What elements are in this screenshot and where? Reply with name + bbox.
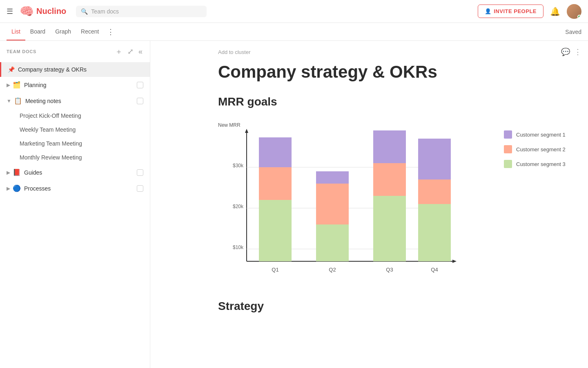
notifications-bell-icon[interactable]: 🔔: [550, 7, 560, 16]
processes-checkbox[interactable]: [137, 185, 143, 192]
search-area[interactable]: 🔍 Team docs: [76, 6, 207, 17]
content-top-actions: 💬 ⋮: [561, 47, 581, 56]
svg-rect-11: [259, 167, 292, 200]
chevron-down-icon: ▼: [7, 98, 11, 104]
sidebar-item-company-strategy[interactable]: 📌 Company strategy & OKRs: [0, 62, 150, 77]
sidebar-group-guides-label: Guides: [24, 169, 137, 176]
tab-recent[interactable]: Recent: [76, 23, 104, 40]
sidebar-item-kick-off[interactable]: Project Kick-Off Meeting: [0, 109, 150, 123]
legend-label-seg3: Customer segment 3: [516, 161, 566, 167]
meeting-notes-sub-items: Project Kick-Off Meeting Weekly Team Mee…: [0, 109, 150, 164]
sidebar-group-processes-header[interactable]: ▶ 🔵 Processes: [0, 180, 150, 196]
svg-rect-12: [259, 137, 292, 167]
svg-rect-16: [373, 196, 406, 261]
meeting-notes-checkbox[interactable]: [137, 98, 143, 104]
legend-label-seg1: Customer segment 1: [516, 132, 566, 138]
legend-item-seg3: Customer segment 3: [504, 160, 577, 168]
guides-checkbox[interactable]: [137, 169, 143, 176]
sidebar-group-meeting-notes-label: Meeting notes: [25, 98, 137, 104]
svg-marker-3: [452, 260, 457, 263]
sidebar-item-weekly-team[interactable]: Weekly Team Meeting: [0, 123, 150, 137]
svg-text:Q3: Q3: [386, 267, 393, 273]
sidebar-group-planning-header[interactable]: ▶ 🗂️ Planning: [0, 77, 150, 93]
more-options-icon[interactable]: ⋮: [574, 47, 581, 56]
svg-text:$30k: $30k: [233, 163, 244, 168]
svg-text:$10k: $10k: [233, 245, 244, 250]
svg-rect-20: [418, 180, 451, 204]
sidebar-group-meeting-notes: ▼ 📋 Meeting notes Project Kick-Off Meeti…: [0, 93, 150, 164]
svg-rect-10: [259, 200, 292, 261]
meeting-notes-emoji-icon: 📋: [14, 97, 22, 105]
search-input-placeholder: Team docs: [91, 8, 119, 15]
tab-list[interactable]: List: [7, 23, 25, 40]
svg-text:Q2: Q2: [329, 267, 336, 273]
sidebar-item-monthly-review[interactable]: Monthly Review Meeting: [0, 150, 150, 164]
saved-indicator: Saved: [565, 29, 581, 35]
svg-rect-14: [316, 184, 349, 224]
sidebar-content: 📌 Company strategy & OKRs ▶ 🗂️ Planning …: [0, 62, 150, 368]
strategy-title: Strategy: [218, 300, 520, 313]
legend-color-seg3: [504, 160, 512, 168]
logo-text[interactable]: Nuclino: [36, 7, 66, 16]
sidebar-collapse-button[interactable]: «: [138, 47, 143, 57]
invite-people-button[interactable]: 👤 INVITE PEOPLE: [478, 4, 543, 18]
pin-icon: 📌: [8, 66, 15, 73]
svg-marker-2: [245, 129, 248, 133]
svg-text:Q1: Q1: [272, 267, 278, 273]
svg-rect-18: [373, 130, 406, 163]
svg-text:Q4: Q4: [431, 267, 438, 273]
add-to-cluster-link[interactable]: Add to cluster: [218, 49, 520, 55]
hamburger-icon[interactable]: ☰: [7, 7, 13, 16]
sidebar-group-planning: ▶ 🗂️ Planning: [0, 77, 150, 93]
legend-item-seg1: Customer segment 1: [504, 130, 577, 139]
svg-rect-15: [316, 171, 349, 184]
mrr-chart-svg: $30k $20k $10k: [218, 126, 504, 290]
sidebar-group-processes: ▶ 🔵 Processes: [0, 180, 150, 196]
sidebar-title: TEAM DOCS: [7, 49, 114, 54]
svg-rect-13: [316, 224, 349, 261]
chart-legend: Customer segment 1 Customer segment 2 Cu…: [504, 130, 577, 168]
planning-emoji-icon: 🗂️: [13, 81, 21, 89]
main-layout: TEAM DOCS ＋ ⤢ « 📌 Company strategy & OKR…: [0, 41, 588, 368]
invite-icon: 👤: [485, 8, 492, 14]
comment-icon[interactable]: 💬: [561, 47, 570, 56]
sidebar: TEAM DOCS ＋ ⤢ « 📌 Company strategy & OKR…: [0, 41, 150, 368]
sidebar-item-marketing-team[interactable]: Marketing Team Meeting: [0, 137, 150, 150]
legend-label-seg2: Customer segment 2: [516, 146, 566, 153]
sidebar-group-planning-label: Planning: [24, 82, 137, 88]
chevron-right-icon: ▶: [7, 82, 10, 88]
svg-rect-17: [373, 163, 406, 196]
tab-graph[interactable]: Graph: [50, 23, 76, 40]
sidebar-group-meeting-notes-header[interactable]: ▼ 📋 Meeting notes: [0, 93, 150, 109]
processes-emoji-icon: 🔵: [13, 184, 21, 192]
logo-area: 🧠 Nuclino: [20, 4, 66, 18]
planning-checkbox[interactable]: [137, 82, 143, 88]
svg-text:$20k: $20k: [233, 204, 244, 209]
tab-board[interactable]: Board: [25, 23, 50, 40]
content-area: 💬 ⋮ Add to cluster Company strategy & OK…: [150, 41, 588, 368]
sidebar-group-processes-label: Processes: [24, 185, 137, 192]
legend-color-seg2: [504, 145, 512, 153]
svg-rect-19: [418, 204, 451, 261]
chevron-right-processes-icon: ▶: [7, 186, 10, 191]
legend-color-seg1: [504, 130, 512, 139]
sidebar-actions: ＋ ⤢ «: [114, 46, 143, 57]
tab-bar: List Board Graph Recent ⋮ Saved: [0, 23, 588, 41]
nav-right: 👤 INVITE PEOPLE 🔔: [478, 4, 581, 19]
legend-item-seg2: Customer segment 2: [504, 145, 577, 153]
document-title: Company strategy & OKRs: [218, 62, 520, 82]
sidebar-group-guides: ▶ 📕 Guides: [0, 164, 150, 180]
sidebar-header: TEAM DOCS ＋ ⤢ «: [0, 41, 150, 62]
sidebar-item-main-label: Company strategy & OKRs: [18, 66, 87, 73]
sidebar-add-button[interactable]: ＋: [114, 46, 123, 57]
chevron-right-guides-icon: ▶: [7, 170, 10, 175]
logo-brain-icon: 🧠: [20, 4, 34, 18]
avatar[interactable]: [567, 4, 581, 19]
search-icon: 🔍: [81, 8, 88, 15]
tabs-more-icon[interactable]: ⋮: [104, 27, 118, 36]
sidebar-group-guides-header[interactable]: ▶ 📕 Guides: [0, 164, 150, 180]
mrr-goals-title: MRR goals: [218, 95, 520, 108]
chart-container: New MRR $30k $20k $10k: [218, 118, 528, 290]
sidebar-expand-button[interactable]: ⤢: [127, 46, 134, 57]
svg-rect-21: [418, 139, 451, 180]
